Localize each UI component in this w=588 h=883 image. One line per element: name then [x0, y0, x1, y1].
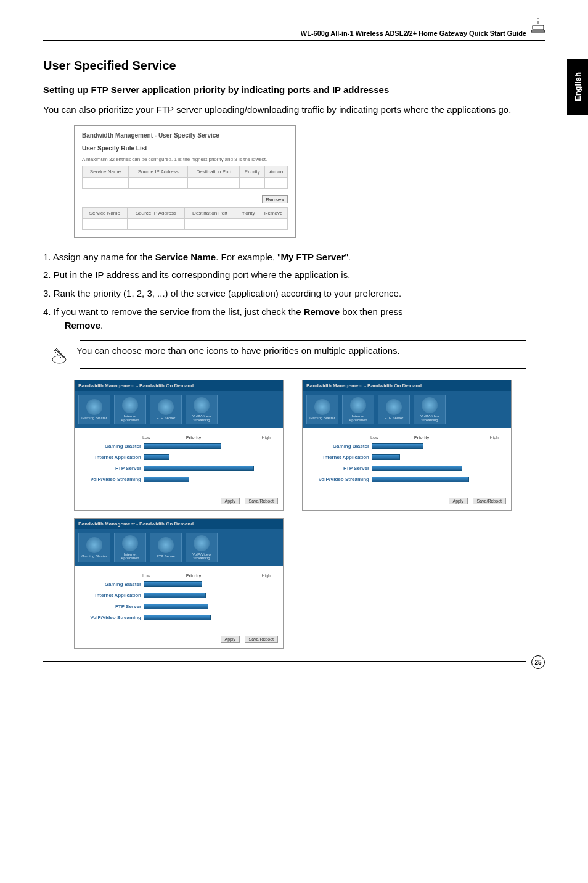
bw-header: Bandwidth Management - Bandwidth On Dema…: [75, 380, 283, 391]
step-3: 3. Rank the priority (1, 2, 3, ...) of t…: [43, 287, 526, 300]
cell[interactable]: [128, 177, 188, 188]
save-button[interactable]: Save/Reboot: [245, 636, 278, 643]
note-icon: [51, 347, 68, 364]
steps-list: 1. Assign any name for the Service Name.…: [43, 250, 526, 332]
icon-internet[interactable]: Internet Application: [114, 533, 146, 562]
bar-label: Internet Application: [309, 454, 372, 460]
th-service: Service Name: [83, 207, 128, 218]
axis-low: Low: [142, 573, 150, 578]
cell[interactable]: [259, 218, 288, 229]
cell[interactable]: [83, 218, 128, 229]
cell[interactable]: [240, 177, 265, 188]
bar-label: FTP Server: [81, 466, 144, 471]
cell[interactable]: [83, 177, 129, 188]
axis-low: Low: [142, 435, 150, 440]
panel-description: A maximum 32 entries can be configured. …: [82, 157, 288, 162]
bar-label: FTP Server: [309, 466, 372, 471]
th-priority: Priority: [235, 207, 259, 218]
axis-priority: Priority: [186, 573, 202, 578]
language-tab: English: [567, 59, 588, 115]
cell[interactable]: [188, 177, 240, 188]
intro-text: You can also prioritize your FTP server …: [43, 104, 526, 116]
bandwidth-panel-3: Bandwidth Management - Bandwidth On Dema…: [74, 518, 284, 649]
icon-internet[interactable]: Internet Application: [342, 395, 374, 424]
bar-label: Internet Application: [81, 593, 144, 598]
cell[interactable]: [235, 218, 259, 229]
section-title: User Specified Service: [43, 59, 526, 73]
icon-gaming[interactable]: Gaming Blaster: [306, 395, 338, 424]
icon-ftp[interactable]: FTP Server: [150, 395, 182, 424]
bar-label: VoIP/Video Streaming: [81, 477, 144, 482]
axis-priority: Priority: [186, 435, 202, 440]
bar-label: Gaming Blaster: [81, 443, 144, 449]
bar-label: Gaming Blaster: [81, 581, 144, 587]
icon-gaming[interactable]: Gaming Blaster: [78, 533, 110, 562]
icon-gaming[interactable]: Gaming Blaster: [78, 395, 110, 424]
th-remove: Remove: [259, 207, 288, 218]
bar-label: Gaming Blaster: [309, 443, 372, 449]
bw-header: Bandwidth Management - Bandwidth On Dema…: [75, 519, 283, 529]
th-service: Service Name: [83, 166, 129, 177]
bandwidth-panel-2: Bandwidth Management - Bandwidth On Dema…: [302, 380, 512, 511]
panel-subtitle: User Specify Rule List: [82, 145, 288, 152]
svg-rect-2: [531, 30, 545, 32]
save-button[interactable]: Save/Reboot: [245, 498, 278, 504]
cell[interactable]: [265, 177, 288, 188]
axis-high: High: [262, 573, 271, 578]
page-number: 25: [531, 655, 545, 669]
th-priority: Priority: [240, 166, 265, 177]
apply-button[interactable]: Apply: [221, 498, 240, 504]
cell[interactable]: [185, 218, 235, 229]
user-specify-panel: Bandwidth Management - User Specify Serv…: [74, 125, 296, 238]
axis-priority: Priority: [414, 435, 430, 440]
th-source: Source IP Address: [128, 166, 188, 177]
icon-ftp[interactable]: FTP Server: [378, 395, 410, 424]
th-dest: Destination Port: [185, 207, 235, 218]
bar-label: FTP Server: [81, 604, 144, 609]
step-1: 1. Assign any name for the Service Name.…: [43, 250, 526, 264]
th-dest: Destination Port: [188, 166, 240, 177]
th-source: Source IP Address: [127, 207, 185, 218]
icon-voip[interactable]: VoIP/Video Streaming: [414, 395, 446, 424]
bw-header: Bandwidth Management - Bandwidth On Dema…: [303, 380, 511, 391]
rule-table: Service Name Source IP Address Destinati…: [82, 166, 288, 189]
header-title: WL-600g All-in-1 Wireless ADSL2/2+ Home …: [43, 30, 545, 39]
apply-button[interactable]: Apply: [449, 498, 468, 504]
bandwidth-panel-1: Bandwidth Management - Bandwidth On Dema…: [74, 380, 284, 511]
step-4: 4. If you want to remove the service fro…: [43, 305, 526, 332]
rule-table-2: Service Name Source IP Address Destinati…: [82, 207, 288, 230]
icon-internet[interactable]: Internet Application: [114, 395, 146, 424]
bar-label: VoIP/Video Streaming: [309, 477, 372, 482]
icon-voip[interactable]: VoIP/Video Streaming: [186, 533, 218, 562]
bar-label: Internet Application: [81, 454, 144, 460]
svg-rect-1: [533, 25, 544, 30]
bar-label: VoIP/Video Streaming: [81, 615, 144, 620]
step-2: 2. Put in the IP address and its corresp…: [43, 268, 526, 282]
note-text: You can choose more than one icons to ha…: [76, 345, 526, 357]
icon-voip[interactable]: VoIP/Video Streaming: [186, 395, 218, 424]
remove-button[interactable]: Remove: [262, 195, 288, 203]
save-button[interactable]: Save/Reboot: [473, 498, 506, 504]
th-action: Action: [265, 166, 288, 177]
axis-high: High: [262, 435, 271, 440]
panel-title: Bandwidth Management - User Specify Serv…: [82, 132, 288, 139]
axis-high: High: [490, 435, 499, 440]
axis-low: Low: [370, 435, 378, 440]
cell[interactable]: [127, 218, 185, 229]
apply-button[interactable]: Apply: [221, 636, 240, 643]
subsection-title: Setting up FTP Server application priori…: [43, 84, 526, 96]
router-icon: [531, 18, 545, 35]
icon-ftp[interactable]: FTP Server: [150, 533, 182, 562]
